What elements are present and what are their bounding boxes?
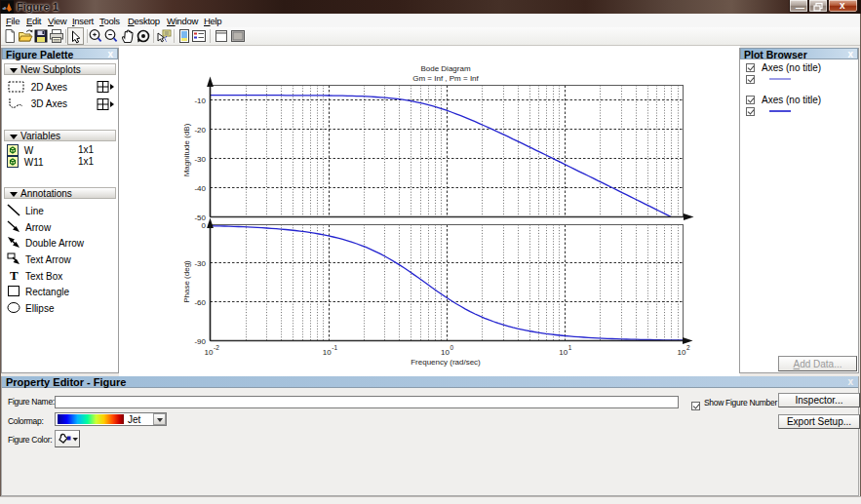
svg-text:10: 10 [323,348,332,357]
svg-text:-10: -10 [194,97,206,105]
svg-text:-20: -20 [194,126,206,135]
svg-text:-1: -1 [332,344,337,351]
svg-text:-2: -2 [214,344,219,351]
svg-text:T: T [10,269,19,282]
svg-text:-30: -30 [194,259,206,268]
svg-text:Magnitude (dB): Magnitude (dB) [182,123,191,176]
svg-text:2: 2 [686,344,690,351]
svg-text:10: 10 [205,348,214,357]
svg-text:1: 1 [568,344,572,351]
svg-text:0: 0 [450,344,454,351]
svg-text:10: 10 [678,348,686,357]
svg-text:Frequency (rad/sec): Frequency (rad/sec) [411,358,481,367]
svg-text:0: 0 [202,221,207,230]
svg-text:Phase (deg): Phase (deg) [182,260,191,303]
svg-text:10: 10 [559,348,567,357]
svg-text:-90: -90 [194,337,206,346]
svg-text:10: 10 [441,348,450,357]
svg-text:-40: -40 [194,184,206,193]
svg-text:Gm = Inf , Pm = Inf: Gm = Inf , Pm = Inf [412,74,479,83]
svg-text:-60: -60 [194,298,206,307]
svg-text:Bode Diagram: Bode Diagram [420,64,470,73]
svg-text:-30: -30 [194,155,206,164]
